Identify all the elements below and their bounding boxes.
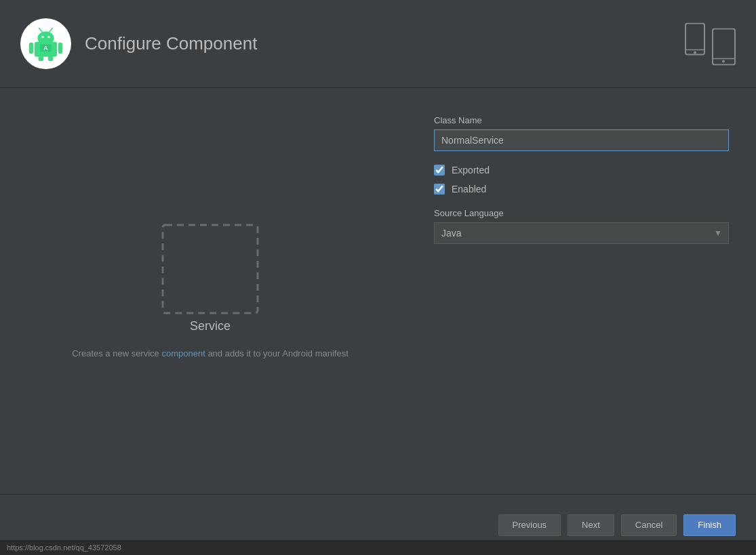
- exported-checkbox[interactable]: [434, 165, 445, 176]
- right-panel: Class Name Exported Enabled Source Langu…: [420, 102, 756, 480]
- svg-rect-7: [58, 43, 63, 54]
- svg-rect-15: [713, 28, 735, 64]
- device-icons: [685, 22, 736, 65]
- exported-label: Exported: [452, 165, 490, 176]
- left-panel: Service Creates a new service component …: [0, 102, 420, 480]
- main-content: Service Creates a new service component …: [0, 88, 756, 494]
- source-language-wrapper: Java Kotlin ▼: [434, 222, 729, 244]
- service-title: Service: [190, 319, 231, 333]
- cancel-button[interactable]: Cancel: [621, 514, 677, 536]
- svg-point-17: [722, 60, 725, 62]
- svg-point-14: [694, 51, 696, 54]
- svg-point-2: [41, 36, 43, 38]
- enabled-checkbox[interactable]: [434, 184, 445, 194]
- status-bar: https://blog.csdn.net/qq_43572058: [0, 540, 756, 555]
- svg-point-1: [37, 31, 54, 45]
- page-title: Configure Component: [85, 33, 257, 54]
- class-name-field-group: Class Name: [434, 115, 729, 151]
- checkbox-group: Exported Enabled: [434, 165, 729, 194]
- source-language-label: Source Language: [434, 208, 729, 218]
- exported-checkbox-item[interactable]: Exported: [434, 165, 729, 176]
- enabled-checkbox-item[interactable]: Enabled: [434, 184, 729, 194]
- svg-rect-6: [29, 43, 34, 54]
- service-description: Creates a new service component and adds…: [72, 347, 349, 361]
- source-language-field-group: Source Language Java Kotlin ▼: [434, 208, 729, 244]
- svg-text:A: A: [43, 45, 48, 52]
- status-url: https://blog.csdn.net/qq_43572058: [7, 543, 121, 552]
- previous-button[interactable]: Previous: [498, 514, 561, 536]
- app-logo: A: [20, 18, 71, 69]
- enabled-label: Enabled: [452, 184, 486, 194]
- service-illustration: [159, 222, 261, 319]
- svg-rect-8: [39, 56, 44, 61]
- svg-line-5: [49, 28, 52, 32]
- class-name-input[interactable]: [434, 129, 729, 151]
- svg-point-3: [47, 36, 49, 38]
- svg-rect-9: [48, 56, 54, 61]
- source-language-select[interactable]: Java Kotlin: [434, 222, 729, 244]
- svg-line-4: [39, 28, 42, 32]
- header: A Configure Component: [0, 0, 756, 88]
- next-button[interactable]: Next: [568, 514, 614, 536]
- finish-button[interactable]: Finish: [683, 514, 736, 536]
- highlight-component: component: [161, 348, 205, 358]
- svg-rect-18: [163, 225, 258, 313]
- class-name-label: Class Name: [434, 115, 729, 125]
